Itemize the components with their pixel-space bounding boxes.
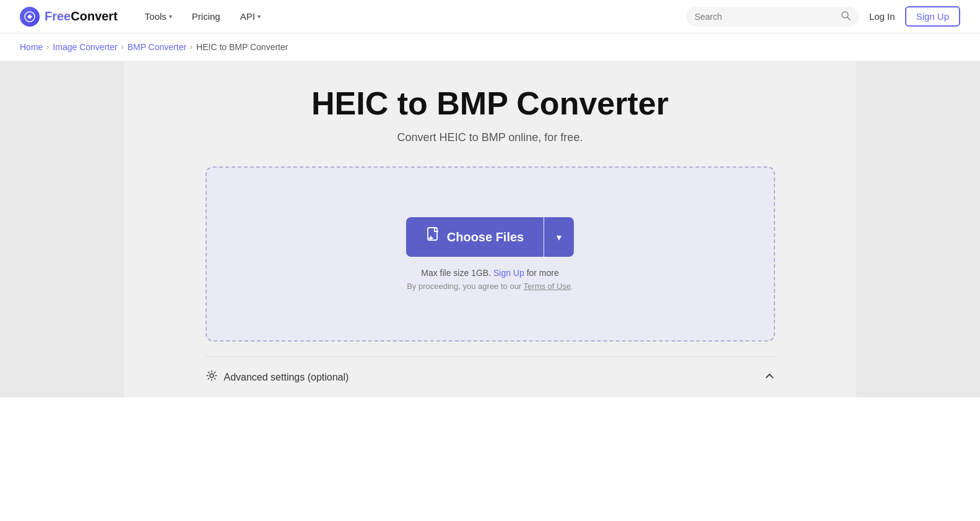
svg-point-6	[210, 374, 214, 377]
page-layout: HEIC to BMP Converter Convert HEIC to BM…	[0, 61, 980, 397]
file-icon	[426, 227, 441, 247]
navbar: FreeConvert Tools ▾ Pricing API ▾ Log In…	[0, 0, 980, 33]
nav-right: Log In Sign Up	[686, 6, 960, 27]
login-link[interactable]: Log In	[869, 11, 895, 22]
main-section: HEIC to BMP Converter Convert HEIC to BM…	[124, 61, 856, 397]
nav-tools[interactable]: Tools ▾	[137, 7, 180, 25]
breadcrumb-sep-3: ›	[190, 43, 193, 51]
breadcrumb-bmp-converter[interactable]: BMP Converter	[128, 42, 186, 52]
page-subtitle: Convert HEIC to BMP online, for free.	[397, 131, 583, 144]
drop-zone[interactable]: Choose Files ▾ Max file size 1GB. Sign U…	[206, 166, 775, 342]
signup-limit-link[interactable]: Sign Up	[493, 268, 524, 278]
breadcrumb-image-converter[interactable]: Image Converter	[53, 42, 117, 52]
page-title: HEIC to BMP Converter	[311, 86, 669, 121]
right-gutter	[856, 61, 980, 397]
search-bar[interactable]	[686, 7, 859, 27]
left-gutter	[0, 61, 124, 397]
api-chevron-icon: ▾	[258, 13, 261, 20]
advanced-left: Advanced settings (optional)	[206, 369, 349, 385]
terms-link[interactable]: Terms of Use	[524, 282, 571, 291]
tools-chevron-icon: ▾	[169, 13, 172, 20]
dropdown-chevron-icon: ▾	[557, 231, 562, 243]
advanced-chevron-icon	[764, 370, 775, 384]
breadcrumb-sep-1: ›	[46, 43, 49, 51]
nav-links: Tools ▾ Pricing API ▾	[137, 7, 686, 25]
breadcrumb: Home › Image Converter › BMP Converter ›…	[0, 33, 980, 61]
inner-content: HEIC to BMP Converter Convert HEIC to BM…	[124, 61, 856, 397]
breadcrumb-sep-2: ›	[121, 43, 124, 51]
signup-button[interactable]: Sign Up	[905, 6, 960, 27]
search-icon	[841, 11, 851, 23]
svg-line-2	[848, 17, 850, 20]
terms-text: By proceeding, you agree to our Terms of…	[407, 282, 573, 291]
search-input[interactable]	[695, 12, 836, 22]
logo-icon	[20, 7, 40, 27]
choose-files-label: Choose Files	[447, 230, 524, 244]
choose-files-button[interactable]: Choose Files	[406, 217, 544, 257]
choose-files-dropdown-button[interactable]: ▾	[544, 217, 574, 257]
choose-files-wrapper: Choose Files ▾	[406, 217, 574, 257]
breadcrumb-current: HEIC to BMP Converter	[196, 42, 288, 52]
logo-link[interactable]: FreeConvert	[20, 7, 118, 27]
nav-api[interactable]: API ▾	[233, 7, 268, 25]
gear-icon	[206, 369, 218, 385]
logo-text: FreeConvert	[45, 9, 118, 24]
advanced-settings[interactable]: Advanced settings (optional)	[206, 356, 775, 397]
breadcrumb-home[interactable]: Home	[20, 42, 43, 52]
file-limit-text: Max file size 1GB. Sign Up for more	[421, 268, 559, 278]
advanced-label: Advanced settings (optional)	[224, 372, 349, 383]
nav-pricing[interactable]: Pricing	[184, 7, 228, 25]
